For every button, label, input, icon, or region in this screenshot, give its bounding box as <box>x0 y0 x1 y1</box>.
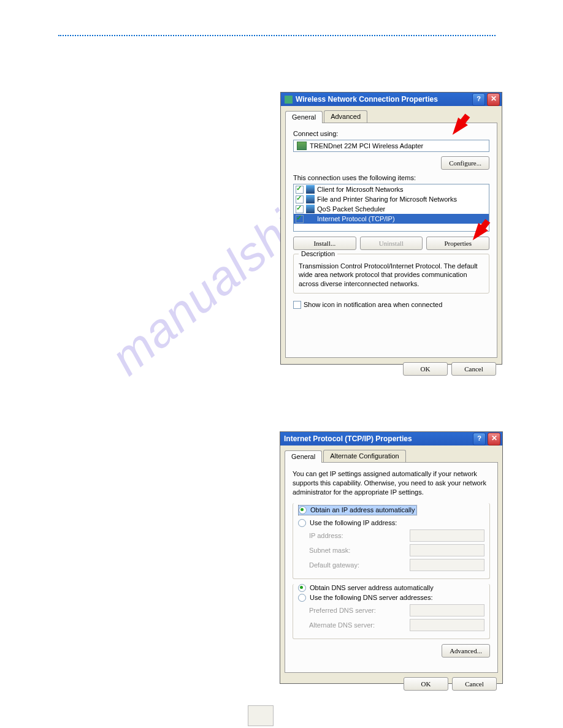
header-divider <box>58 35 496 36</box>
